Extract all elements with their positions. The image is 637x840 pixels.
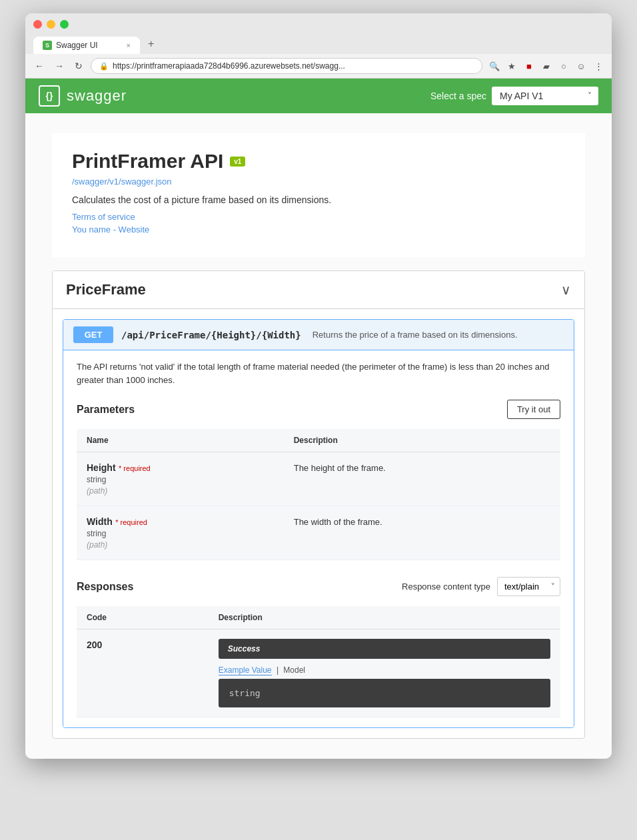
swagger-content: PrintFramer API v1 /swagger/v1/swagger.j… bbox=[25, 113, 612, 759]
spec-selector: Select a spec My API V1 ˅ bbox=[430, 87, 598, 105]
param-name-cell: Width * required string (path) bbox=[77, 506, 284, 560]
api-title-row: PrintFramer API v1 bbox=[72, 150, 565, 173]
account-icon[interactable]: ☺ bbox=[574, 59, 588, 73]
menu-icon[interactable]: ⋮ bbox=[592, 59, 605, 73]
maximize-window-button[interactable] bbox=[60, 20, 69, 29]
toolbar-icons: 🔍 ★ ■ ▰ ○ ☺ ⋮ bbox=[488, 59, 605, 73]
swagger-navbar: {} swagger Select a spec My API V1 ˅ bbox=[25, 79, 612, 113]
table-row: Height * required string (path) The heig… bbox=[77, 452, 560, 506]
extension-icon-2[interactable]: ▰ bbox=[540, 59, 553, 73]
api-description: Calculates the cost of a picture frame b… bbox=[72, 195, 565, 205]
endpoint-summary: Returns the price of a frame based on it… bbox=[313, 330, 518, 340]
section-chevron-icon: ∨ bbox=[561, 282, 571, 298]
tab-favicon-icon: S bbox=[43, 41, 52, 50]
responses-col-description: Description bbox=[209, 606, 560, 630]
response-content-type-row: Response content type text/plain ˅ bbox=[402, 577, 560, 596]
responses-table: Code Description 200 bbox=[77, 606, 560, 717]
param-location: (path) bbox=[87, 486, 107, 496]
response-content-type-label: Response content type bbox=[402, 582, 490, 592]
response-content-type-select[interactable]: text/plain bbox=[497, 577, 560, 596]
address-bar[interactable]: 🔒 https://printframerapiaada728d4b6996.a… bbox=[91, 58, 482, 74]
reload-button[interactable]: ↻ bbox=[72, 59, 85, 73]
param-type: string bbox=[87, 529, 274, 538]
parameters-header-row: Parameters Try it out bbox=[77, 400, 560, 419]
lock-icon: 🔒 bbox=[99, 62, 109, 71]
param-description-cell: The height of the frame. bbox=[284, 452, 560, 506]
tab-close-icon[interactable]: × bbox=[127, 41, 131, 49]
get-endpoint-header[interactable]: GET /api/PriceFrame/{Height}/{Width} Ret… bbox=[63, 320, 574, 350]
section-title: PriceFrame bbox=[66, 281, 146, 298]
you-name-website-link[interactable]: You name - Website bbox=[72, 224, 565, 234]
example-value-label: Example Value | Model bbox=[219, 665, 550, 675]
param-description: The height of the frame. bbox=[294, 463, 386, 473]
param-name: Height bbox=[87, 462, 116, 473]
param-description: The width of the frame. bbox=[294, 517, 382, 527]
responses-label: Responses bbox=[77, 581, 133, 593]
response-description-cell: Success Example Value | Model string bbox=[209, 630, 560, 717]
minimize-window-button[interactable] bbox=[47, 20, 55, 29]
active-tab[interactable]: S Swagger UI × bbox=[33, 37, 140, 54]
swagger-logo: {} bbox=[39, 85, 60, 107]
code-block: string bbox=[219, 679, 550, 707]
params-col-name: Name bbox=[77, 429, 284, 452]
endpoint-path: /api/PriceFrame/{Height}/{Width} bbox=[121, 330, 301, 340]
spec-label: Select a spec bbox=[430, 91, 486, 101]
swagger-title: swagger bbox=[67, 87, 127, 105]
close-window-button[interactable] bbox=[33, 20, 42, 29]
api-version-badge: v1 bbox=[230, 157, 245, 167]
table-row: 200 Success Example Value | bbox=[77, 630, 560, 717]
required-label: required bbox=[121, 518, 147, 526]
endpoint-section-header[interactable]: PriceFrame ∨ bbox=[53, 271, 584, 309]
browser-window: S Swagger UI × + ← → ↻ 🔒 https://printfr… bbox=[25, 13, 612, 759]
response-content-type-select-wrapper: text/plain ˅ bbox=[497, 577, 560, 596]
browser-chrome: S Swagger UI × + bbox=[25, 13, 612, 54]
param-type: string bbox=[87, 475, 274, 484]
bookmark-icon[interactable]: ★ bbox=[505, 59, 518, 73]
forward-button[interactable]: → bbox=[52, 59, 67, 73]
response-code-cell: 200 bbox=[77, 630, 209, 717]
api-header: PrintFramer API v1 /swagger/v1/swagger.j… bbox=[52, 133, 585, 257]
api-title: PrintFramer API bbox=[72, 150, 223, 173]
required-label: required bbox=[123, 464, 150, 472]
endpoint-description: The API returns 'not valid' if the total… bbox=[77, 360, 560, 386]
extension-icon-3[interactable]: ○ bbox=[557, 59, 570, 73]
url-text: https://printframerapiaada728d4b6996.azu… bbox=[113, 61, 345, 71]
endpoint-body: The API returns 'not valid' if the total… bbox=[63, 350, 574, 727]
browser-traffic-lights bbox=[33, 20, 604, 29]
new-tab-button[interactable]: + bbox=[141, 34, 248, 54]
example-value-row: Example Value | Model string bbox=[219, 665, 550, 707]
responses-col-code: Code bbox=[77, 606, 209, 630]
param-name-cell: Height * required string (path) bbox=[77, 452, 284, 506]
browser-tabs: S Swagger UI × + bbox=[33, 34, 604, 54]
extension-icon-1[interactable]: ■ bbox=[522, 59, 536, 73]
method-badge: GET bbox=[73, 326, 113, 343]
priceframe-section: PriceFrame ∨ GET /api/PriceFrame/{Height… bbox=[52, 270, 585, 739]
get-endpoint: GET /api/PriceFrame/{Height}/{Width} Ret… bbox=[63, 319, 574, 728]
search-icon[interactable]: 🔍 bbox=[488, 59, 501, 73]
table-row: Width * required string (path) The width… bbox=[77, 506, 560, 560]
terms-of-service-link[interactable]: Terms of service bbox=[72, 212, 565, 222]
back-button[interactable]: ← bbox=[32, 59, 47, 73]
param-location: (path) bbox=[87, 540, 107, 550]
try-it-out-button[interactable]: Try it out bbox=[507, 400, 560, 419]
params-col-description: Description bbox=[284, 429, 560, 452]
param-name: Width bbox=[87, 516, 113, 527]
responses-header-row: Responses Response content type text/pla… bbox=[77, 577, 560, 596]
swagger-brand: {} swagger bbox=[39, 85, 127, 107]
responses-section: Responses Response content type text/pla… bbox=[77, 577, 560, 717]
parameters-label: Parameters bbox=[77, 404, 135, 416]
tab-title: Swagger UI bbox=[56, 41, 98, 50]
spec-select[interactable]: My API V1 bbox=[492, 87, 598, 105]
address-bar-row: ← → ↻ 🔒 https://printframerapiaada728d4b… bbox=[25, 54, 612, 79]
param-description-cell: The width of the frame. bbox=[284, 506, 560, 560]
api-json-link[interactable]: /swagger/v1/swagger.json bbox=[72, 177, 565, 187]
example-value-tab[interactable]: Example Value bbox=[219, 665, 272, 675]
separator: | bbox=[277, 665, 279, 675]
success-badge: Success bbox=[219, 639, 550, 659]
response-code: 200 bbox=[87, 639, 102, 650]
model-tab[interactable]: Model bbox=[283, 665, 305, 675]
required-star-icon: * bbox=[115, 518, 120, 526]
parameters-table: Name Description Height * required bbox=[77, 429, 560, 560]
spec-select-wrapper: My API V1 ˅ bbox=[492, 87, 598, 105]
